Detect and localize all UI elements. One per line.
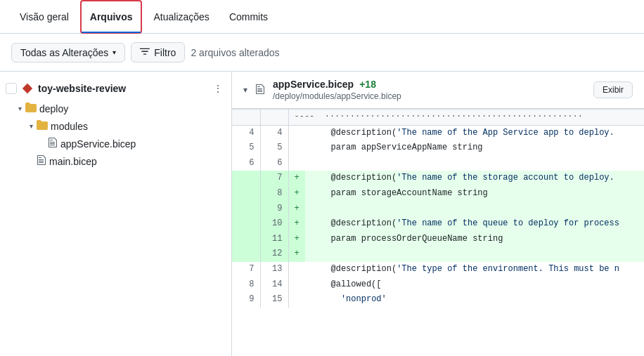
folder-icon (37, 119, 48, 133)
diff-code: 'nonprod' (305, 292, 644, 308)
hunk-right-num (260, 110, 288, 126)
file-doc-icon (255, 84, 266, 97)
nav-item-commits[interactable]: Commits (221, 0, 276, 34)
modules-label: modules (51, 121, 88, 132)
line-num-right: 8 (260, 186, 288, 202)
chevron-icon: ▾ (25, 121, 37, 132)
diff-code: param appServiceAppName string (305, 140, 644, 156)
line-num-left: 9 (232, 292, 260, 308)
line-num-right: 6 (260, 156, 288, 171)
line-num-left: 8 (232, 277, 260, 293)
line-num-left: 4 (232, 125, 260, 140)
filter-button[interactable]: Filtro (131, 42, 185, 62)
line-num-right: 14 (260, 277, 288, 293)
table-row: 5 5 param appServiceAppName string (232, 140, 644, 156)
folder-icon (25, 102, 37, 115)
table-row: 6 6 (232, 156, 644, 171)
table-row: 8 14 @allowed([ (232, 277, 644, 293)
deploy-label: deploy (39, 103, 68, 114)
sidebar-item-deploy[interactable]: ▾ deploy (0, 100, 231, 117)
file-header-top: appService.bicep +18 (273, 79, 586, 90)
nav-item-atualizacoes[interactable]: Atualizações (145, 0, 217, 34)
all-changes-dropdown[interactable]: Todas as Alterações ▾ (11, 43, 125, 62)
line-num-left (232, 202, 260, 217)
diamond-icon (21, 82, 34, 95)
diff-code: @allowed([ (305, 277, 644, 293)
table-row: 8 + param storageAccountName string (232, 186, 644, 202)
line-num-right: 12 (260, 246, 288, 262)
line-num-left (232, 216, 260, 232)
additions-badge: +18 (359, 79, 376, 90)
hunk-text: ---- ···································… (288, 110, 644, 126)
line-num-left (232, 171, 260, 186)
line-num-right: 7 (260, 171, 288, 186)
table-row: 9 15 'nonprod' (232, 292, 644, 308)
files-changed-count: 2 arquivos alterados (191, 47, 279, 58)
tree-root[interactable]: toy-website-review ⋮ (0, 77, 231, 100)
view-button[interactable]: Exibir (593, 81, 633, 98)
nav-item-arquivos[interactable]: Arquivos (80, 0, 143, 34)
more-icon[interactable]: ⋮ (210, 81, 226, 95)
table-row: 4 4 @description('The name of the App Se… (232, 125, 644, 140)
diff-sign: + (288, 232, 305, 247)
file-icon (37, 154, 46, 168)
diff-sign: + (288, 202, 305, 217)
diff-sign (288, 277, 305, 293)
appservice-label: appService.bicep (60, 138, 136, 150)
line-num-left (232, 186, 260, 202)
nav-item-visao-geral[interactable]: Visão geral (11, 0, 77, 34)
filter-label: Filtro (154, 47, 176, 58)
toolbar: Todas as Alterações ▾ Filtro 2 arquivos … (0, 34, 644, 72)
line-num-left: 6 (232, 156, 260, 171)
line-num-right: 13 (260, 262, 288, 277)
diff-code: param processOrderQueueName string (305, 232, 644, 247)
diff-sign (288, 156, 305, 171)
file-header-inner: appService.bicep +18 /deploy/modules/app… (273, 79, 586, 101)
main-label: main.bicep (49, 156, 97, 167)
table-row: 9 + (232, 202, 644, 217)
sidebar-item-modules[interactable]: ▾ modules (0, 117, 231, 135)
line-num-left: 5 (232, 140, 260, 156)
chevron-down-icon: ▾ (112, 48, 116, 56)
file-path: /deploy/modules/appService.bicep (273, 91, 586, 101)
line-num-right: 5 (260, 140, 288, 156)
file-icon (48, 137, 58, 150)
diff-sign: + (288, 216, 305, 232)
line-num-left (232, 232, 260, 247)
diff-code: @description('The name of the App Servic… (305, 125, 644, 140)
sidebar-item-appservice[interactable]: appService.bicep (0, 135, 231, 152)
line-num-right: 11 (260, 232, 288, 247)
root-checkbox[interactable] (6, 83, 17, 94)
diff-sign (288, 262, 305, 277)
diff-file-name: appService.bicep (273, 79, 354, 90)
file-header: ▾ appService.bicep +18 /deploy/modules/a… (232, 72, 644, 109)
line-num-right: 15 (260, 292, 288, 308)
hunk-left-num (232, 110, 260, 126)
table-row: 7 13 @description('The type of the envir… (232, 262, 644, 277)
sidebar: toy-website-review ⋮ ▾ deploy ▾ modules (0, 72, 232, 356)
diff-table: ---- ···································… (232, 109, 644, 308)
diff-code (305, 202, 644, 217)
diff-code: param storageAccountName string (305, 186, 644, 202)
chevron-icon: ▾ (14, 103, 25, 114)
line-num-right: 10 (260, 216, 288, 232)
diff-sign (288, 125, 305, 140)
table-row: 11 + param processOrderQueueName string (232, 232, 644, 247)
diff-sign (288, 292, 305, 308)
diff-code: @description('The name of the storage ac… (305, 171, 644, 186)
line-num-right: 9 (260, 202, 288, 217)
diff-sign: + (288, 171, 305, 186)
collapse-icon[interactable]: ▾ (243, 85, 247, 95)
code-panel: ▾ appService.bicep +18 /deploy/modules/a… (232, 72, 644, 356)
top-nav: Visão geral Arquivos Atualizações Commit… (0, 0, 644, 34)
main-layout: toy-website-review ⋮ ▾ deploy ▾ modules (0, 72, 644, 356)
diff-code (305, 156, 644, 171)
table-row: 12 + (232, 246, 644, 262)
table-row: 7 + @description('The name of the storag… (232, 171, 644, 186)
table-row: 10 + @description('The name of the queue… (232, 216, 644, 232)
sidebar-item-main[interactable]: main.bicep (0, 152, 231, 170)
line-num-left (232, 246, 260, 262)
hunk-header-row: ---- ···································… (232, 110, 644, 126)
diff-code: @description('The type of the environmen… (305, 262, 644, 277)
line-num-left: 7 (232, 262, 260, 277)
